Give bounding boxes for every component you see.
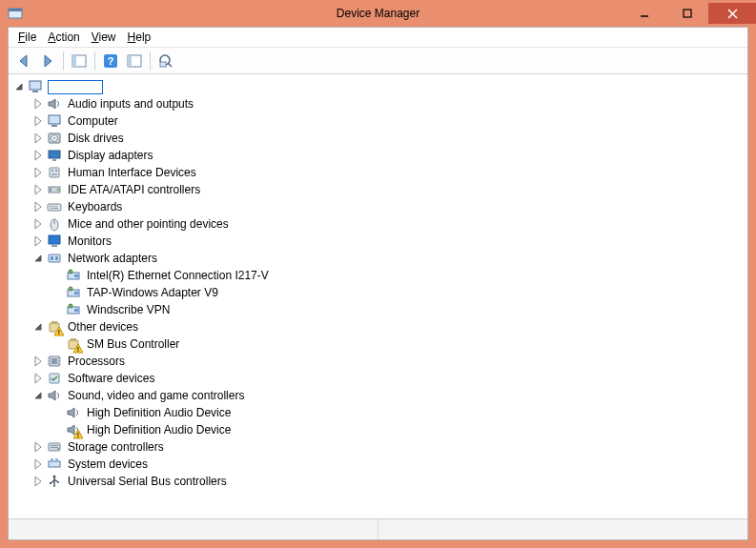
- tree-node-hid[interactable]: Human Interface Devices: [10, 164, 746, 181]
- tree-node-ide[interactable]: IDE ATA/ATAPI controllers: [10, 181, 746, 198]
- tree-node-net3[interactable]: Windscribe VPN: [10, 301, 746, 318]
- tree-node-mice[interactable]: Mice and other pointing devices: [10, 215, 746, 233]
- tree-node-label: Software devices: [66, 370, 156, 387]
- expand-icon[interactable]: [33, 184, 45, 195]
- tree-node-label: Display adapters: [66, 147, 154, 164]
- root-name-edit[interactable]: [48, 80, 103, 94]
- expand-icon[interactable]: [33, 132, 45, 144]
- menu-action[interactable]: Action: [44, 29, 83, 46]
- expand-icon[interactable]: [33, 115, 45, 127]
- display-icon: [47, 148, 62, 163]
- tree-node-label: High Definition Audio Device: [85, 404, 233, 421]
- scan-hardware-button[interactable]: [154, 50, 177, 72]
- tree-node-label: High Definition Audio Device: [85, 421, 233, 438]
- other-icon: [66, 336, 81, 352]
- close-button[interactable]: [708, 3, 756, 24]
- properties-button[interactable]: [123, 50, 146, 72]
- tree-node-keyboards[interactable]: Keyboards: [10, 198, 746, 215]
- tree-node-label: IDE ATA/ATAPI controllers: [66, 181, 202, 198]
- expand-icon[interactable]: [33, 218, 45, 230]
- speaker-icon: [47, 388, 62, 403]
- tree-node-label: Disk drives: [66, 130, 126, 147]
- expand-icon[interactable]: [33, 98, 45, 110]
- ide-icon: [47, 182, 62, 197]
- menu-view[interactable]: View: [88, 29, 120, 46]
- tree-node-usb[interactable]: Universal Serial Bus controllers: [10, 473, 746, 490]
- expand-icon[interactable]: [33, 458, 45, 470]
- tree-node-smbus[interactable]: SM Bus Controller: [10, 335, 746, 353]
- tree-node-label: Storage controllers: [66, 438, 166, 456]
- tree-node-computer[interactable]: Computer: [10, 112, 746, 130]
- tree-node-label: Intel(R) Ethernet Connection I217-V: [85, 267, 271, 284]
- device-tree[interactable]: Audio inputs and outputsComputerDisk dri…: [9, 74, 747, 518]
- mouse-icon: [47, 216, 62, 232]
- client-area: File Action View Help Audio inputs and o…: [8, 27, 748, 540]
- expand-icon[interactable]: [33, 150, 45, 161]
- expand-icon[interactable]: [33, 441, 45, 453]
- expander-icon[interactable]: [14, 81, 26, 92]
- tree-node-net2[interactable]: TAP-Windows Adapter V9: [10, 284, 746, 301]
- tree-node-software[interactable]: Software devices: [10, 370, 746, 387]
- tree-node-monitors[interactable]: Monitors: [10, 233, 746, 250]
- speaker-icon: [66, 422, 81, 437]
- tree-node-label: Universal Serial Bus controllers: [66, 473, 229, 490]
- separator: [150, 51, 151, 71]
- tree-node-processors[interactable]: Processors: [10, 353, 746, 370]
- tree-node-system[interactable]: System devices: [10, 456, 746, 473]
- collapse-icon[interactable]: [33, 321, 45, 333]
- separator: [94, 51, 95, 71]
- tree-node-label: Processors: [66, 353, 127, 370]
- software-icon: [47, 371, 62, 386]
- netcard-icon: [66, 268, 81, 283]
- tree-node-hda1[interactable]: High Definition Audio Device: [10, 404, 746, 421]
- tree-node-label: Computer: [66, 112, 120, 130]
- tree-node-network[interactable]: Network adapters: [10, 250, 746, 267]
- toolbar: [9, 48, 747, 74]
- tree-node-storage[interactable]: Storage controllers: [10, 438, 746, 456]
- tree-root[interactable]: [10, 78, 746, 95]
- tree-node-label: System devices: [66, 456, 150, 473]
- status-pane: [378, 519, 747, 539]
- svg-rect-64: [684, 10, 691, 17]
- menubar: File Action View Help: [9, 28, 747, 48]
- collapse-icon[interactable]: [33, 253, 45, 264]
- show-hide-tree-button[interactable]: [68, 50, 91, 72]
- tree-node-disk[interactable]: Disk drives: [10, 130, 746, 147]
- other-icon: [47, 319, 62, 335]
- tree-node-label: Windscribe VPN: [85, 301, 172, 318]
- tree-node-net1[interactable]: Intel(R) Ethernet Connection I217-V: [10, 267, 746, 284]
- menu-file[interactable]: File: [14, 29, 40, 46]
- tree-node-display[interactable]: Display adapters: [10, 147, 746, 164]
- titlebar[interactable]: Device Manager: [0, 0, 756, 27]
- tree-node-other[interactable]: Other devices: [10, 318, 746, 335]
- tree-node-label: Mice and other pointing devices: [66, 215, 231, 233]
- usb-icon: [47, 474, 62, 489]
- maximize-button[interactable]: [665, 3, 708, 24]
- minimize-button[interactable]: [623, 3, 665, 24]
- cpu-icon: [47, 354, 62, 369]
- expand-icon[interactable]: [33, 373, 45, 384]
- tree-node-sound[interactable]: Sound, video and game controllers: [10, 387, 746, 404]
- menu-help[interactable]: Help: [124, 29, 155, 46]
- back-button[interactable]: [12, 50, 35, 72]
- tree-node-audio[interactable]: Audio inputs and outputs: [10, 95, 746, 112]
- forward-button[interactable]: [36, 50, 59, 72]
- help-button[interactable]: [99, 50, 122, 72]
- tree-node-label: Other devices: [66, 318, 140, 335]
- collapse-icon[interactable]: [33, 390, 45, 401]
- device-manager-window: Device Manager File Action View Help: [0, 0, 756, 548]
- keyboard-icon: [47, 199, 62, 214]
- expand-icon[interactable]: [33, 201, 45, 213]
- storage-icon: [47, 439, 62, 455]
- expand-icon[interactable]: [33, 167, 45, 178]
- status-pane: [9, 519, 378, 539]
- computer-root-icon: [28, 79, 43, 94]
- system-icon: [47, 457, 62, 472]
- expand-icon[interactable]: [33, 476, 45, 487]
- expand-icon[interactable]: [33, 235, 45, 247]
- network-icon: [47, 251, 62, 266]
- expand-icon[interactable]: [33, 355, 45, 367]
- tree-node-hda2[interactable]: High Definition Audio Device: [10, 421, 746, 438]
- tree-node-label: Network adapters: [66, 250, 159, 267]
- app-icon: [8, 6, 23, 21]
